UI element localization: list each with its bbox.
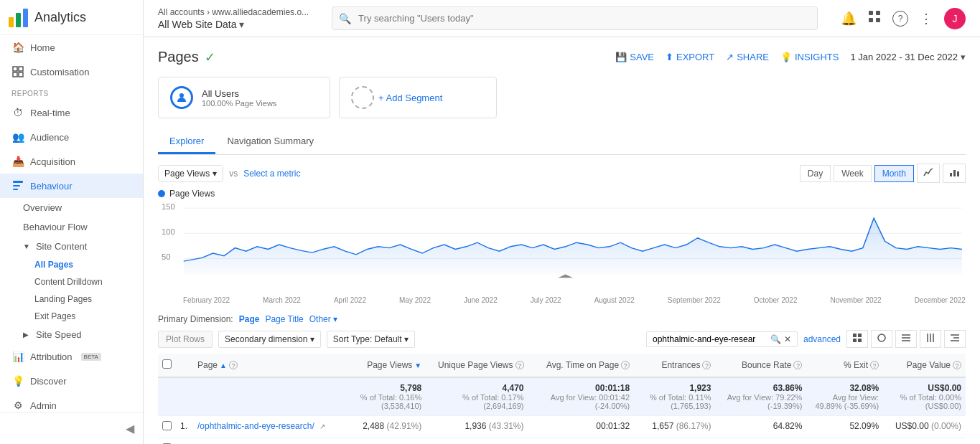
table-search-input[interactable] [653, 334, 767, 344]
site-dropdown-icon[interactable]: ▾ [239, 19, 244, 30]
month-btn[interactable]: Month [874, 165, 914, 182]
row2-unique-views: 343 (7.67%) [426, 438, 528, 445]
content-drilldown-label: Content Drilldown [34, 277, 103, 287]
primary-dim-page[interactable]: Page [239, 314, 260, 324]
sidebar-item-acquisition[interactable]: 📥 Acquisition [0, 149, 143, 174]
secondary-dim-dropdown[interactable]: Secondary dimension ▾ [218, 331, 321, 348]
sidebar-item-content-drilldown[interactable]: Content Drilldown [34, 273, 143, 291]
sidebar-item-landing-pages[interactable]: Landing Pages [34, 291, 143, 308]
save-button[interactable]: 💾 SAVE [615, 52, 654, 62]
day-btn[interactable]: Day [800, 165, 831, 182]
table-view-cols-btn[interactable] [920, 330, 941, 348]
search-filter-icon[interactable]: 🔍 [770, 334, 781, 344]
th-bounce-rate[interactable]: Bounce Rate ? [715, 354, 806, 377]
svg-text:100: 100 [162, 228, 175, 236]
sort-type-dropdown[interactable]: Sort Type: Default ▾ [327, 331, 415, 348]
sidebar-item-audience[interactable]: 👥 Audience [0, 125, 143, 149]
sidebar-item-overview[interactable]: Overview [23, 198, 143, 217]
chart-left-controls: Page Views ▾ vs Select a metric [158, 165, 301, 182]
insights-label: INSIGHTS [795, 52, 839, 62]
th-unique-page-views[interactable]: Unique Page Views ? [426, 354, 528, 377]
table-view-circle-btn[interactable] [871, 330, 892, 348]
topbar-search-icon: 🔍 [339, 13, 351, 24]
grid-icon[interactable] [868, 10, 881, 27]
more-icon[interactable]: ⋮ [920, 11, 933, 27]
search-clear-icon[interactable]: ✕ [784, 334, 791, 344]
svg-rect-9 [13, 189, 18, 190]
row2-page: /ophthalmic-and-eye-research/volume-sele… [193, 438, 342, 445]
sidebar-item-home[interactable]: 🏠 Home [0, 35, 143, 60]
data-table: Page ▲ ? Page Views ▼ Unique Page [158, 354, 966, 444]
summary-page-value: US$0.00 % of Total: 0.00% (US$0.00) [883, 377, 966, 416]
row1-external-icon: ↗ [319, 422, 325, 430]
metric-select-dropdown[interactable]: Page Views ▾ [158, 165, 223, 182]
row1-checkbox[interactable] [162, 421, 172, 430]
share-button[interactable]: ↗ SHARE [726, 52, 769, 62]
select-metric-link[interactable]: Select a metric [243, 169, 300, 179]
chart-svg: 150 100 50 [158, 202, 966, 288]
landing-pages-label: Landing Pages [34, 294, 92, 304]
row1-ent: 1,657 [652, 421, 673, 431]
sidebar-item-admin[interactable]: ⚙ Admin [0, 393, 143, 412]
th-page[interactable]: Page ▲ ? [193, 354, 342, 377]
primary-dim-page-title[interactable]: Page Title [265, 314, 303, 324]
sidebar-item-exit-pages[interactable]: Exit Pages [34, 308, 143, 325]
sidebar-item-behaviour-flow[interactable]: Behaviour Flow [23, 217, 143, 237]
sidebar-item-site-content[interactable]: ▼ Site Content [23, 237, 143, 256]
sidebar-item-site-speed[interactable]: ▶ Site Speed [23, 325, 143, 344]
help-icon[interactable]: ? [892, 11, 908, 27]
table-view-list-btn[interactable] [895, 330, 917, 348]
sidebar-item-all-pages[interactable]: All Pages [34, 256, 143, 273]
table-view-grid-btn[interactable] [846, 330, 868, 348]
th-page-views[interactable]: Page Views ▼ [342, 354, 426, 377]
bounce-rate-header-label: Bounce Rate [742, 360, 791, 370]
sidebar-item-realtime[interactable]: ⏱ Real-time [0, 100, 143, 125]
table-view-more-btn[interactable] [944, 330, 966, 348]
sidebar-collapse-btn[interactable]: ◀ [123, 419, 137, 438]
export-button[interactable]: ⬆ EXPORT [666, 52, 714, 62]
audience-icon: 👥 [11, 131, 24, 143]
notification-icon[interactable]: 🔔 [841, 11, 857, 27]
x-label-1: March 2022 [263, 296, 301, 304]
search-wrap: 🔍 [332, 6, 818, 30]
bar-chart-btn[interactable] [943, 164, 966, 183]
beta-badge: BETA [81, 353, 101, 361]
th-page-value[interactable]: Page Value ? [883, 354, 966, 377]
sidebar-item-attribution[interactable]: 📊 Attribution BETA [0, 344, 143, 369]
topbar-search-input[interactable] [332, 6, 818, 30]
plot-rows-btn[interactable]: Plot Rows [158, 331, 213, 348]
all-users-segment[interactable]: All Users 100.00% Page Views [158, 77, 330, 118]
select-all-checkbox[interactable] [162, 359, 172, 369]
sidebar-title: Analytics [34, 10, 86, 25]
insights-button[interactable]: 💡 INSIGHTS [780, 52, 839, 62]
primary-dimension: Primary Dimension: Page Page Title Other… [158, 314, 966, 324]
user-avatar[interactable]: J [944, 8, 966, 29]
pages-header: Pages ✓ 💾 SAVE ⬆ EXPORT ↗ SHARE 💡 [158, 49, 966, 65]
advanced-link[interactable]: advanced [803, 334, 841, 344]
sidebar-item-discover[interactable]: 💡 Discover [0, 369, 143, 393]
primary-dim-other[interactable]: Other ▾ [309, 314, 337, 324]
topbar-site-name: All Web Site Data ▾ [158, 19, 309, 30]
row2-num: 2. [176, 438, 193, 445]
date-range-picker[interactable]: 1 Jan 2022 - 31 Dec 2022 ▾ [850, 52, 966, 62]
add-segment-btn[interactable]: + Add Segment [339, 77, 497, 118]
sidebar-item-behaviour[interactable]: Behaviour [0, 174, 143, 198]
th-entrances[interactable]: Entrances ? [634, 354, 715, 377]
svg-rect-4 [19, 67, 23, 71]
avg-time-header-label: Avg. Time on Page [546, 360, 619, 370]
line-chart-btn[interactable] [917, 164, 940, 183]
tab-navigation-summary[interactable]: Navigation Summary [215, 130, 325, 154]
chart-right-controls: Day Week Month [800, 164, 966, 183]
svg-point-14 [179, 93, 184, 98]
sidebar-item-customisation[interactable]: Customisation [0, 60, 143, 84]
svg-rect-7 [13, 181, 23, 183]
svg-rect-29 [858, 339, 862, 342]
explorer-tabs: Explorer Navigation Summary [158, 130, 966, 155]
expand-icon: ▼ [23, 242, 30, 250]
week-btn[interactable]: Week [834, 165, 871, 182]
th-avg-time[interactable]: Avg. Time on Page ? [528, 354, 635, 377]
row1-page-link[interactable]: /ophthalmic-and-eye-research/ [197, 421, 314, 431]
breadcrumb-text: All accounts › www.alliedacademies.o... [158, 7, 309, 17]
th-pct-exit[interactable]: % Exit ? [806, 354, 883, 377]
tab-explorer[interactable]: Explorer [158, 130, 215, 154]
